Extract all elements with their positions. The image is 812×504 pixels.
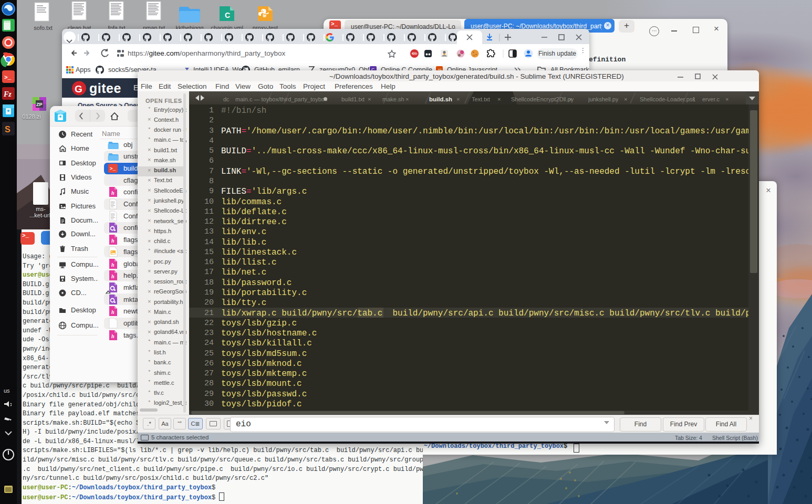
svg-text:>_: >_ [4, 75, 12, 81]
svg-text:>_: >_ [110, 166, 116, 172]
svg-text:h: h [111, 238, 114, 244]
svg-text:C: C [225, 11, 230, 19]
svg-text:ZP: ZP [36, 102, 43, 107]
svg-text:Fz: Fz [3, 90, 12, 98]
svg-text:ABP: ABP [412, 52, 418, 55]
svg-text:h: h [111, 309, 114, 315]
svg-text:h: h [111, 274, 114, 279]
svg-text:h: h [111, 190, 114, 196]
svg-text:h: h [111, 333, 114, 339]
svg-text:G: G [75, 83, 82, 94]
svg-text:S: S [5, 125, 11, 134]
svg-text:us: us [4, 387, 10, 394]
svg-text:h: h [111, 262, 114, 268]
